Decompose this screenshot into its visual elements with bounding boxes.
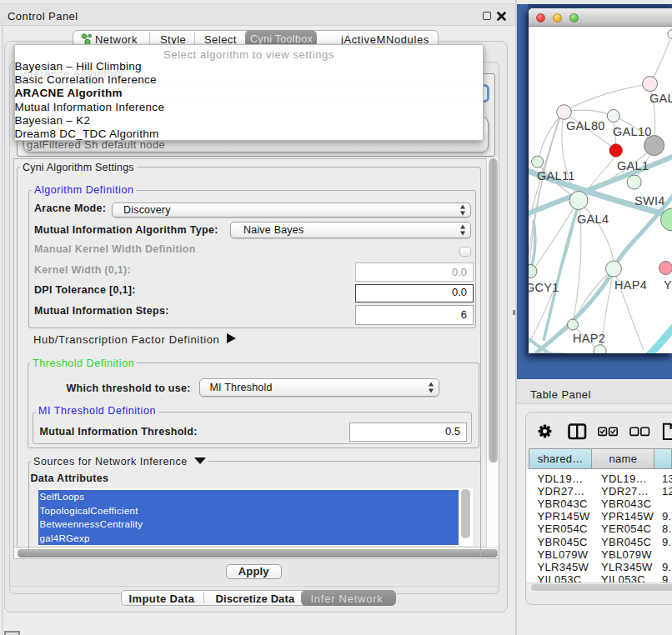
svg-text:SWI4: SWI4 [634,194,665,208]
svg-text:GAL80: GAL80 [566,118,605,132]
svg-text:GAL4: GAL4 [577,212,609,226]
svg-text:HAP2: HAP2 [573,331,605,344]
svg-text:GCY1: GCY1 [529,280,559,293]
svg-text:GAL1: GAL1 [617,158,649,172]
svg-text:GAL7: GAL7 [649,91,672,104]
svg-text:GAL11: GAL11 [537,169,575,182]
svg-text:HAP4: HAP4 [614,278,647,291]
svg-text:Y: Y [664,278,672,291]
svg-text:GAL10: GAL10 [613,124,652,138]
